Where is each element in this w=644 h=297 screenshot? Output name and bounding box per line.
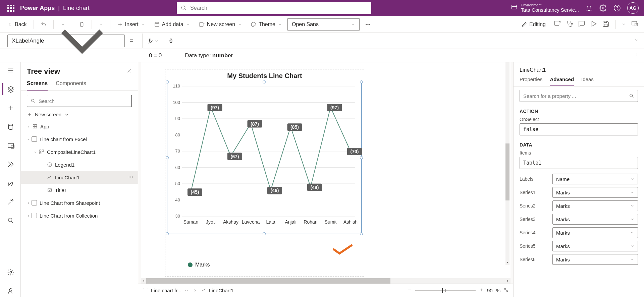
fit-to-screen-button[interactable]: [504, 288, 508, 293]
chevron-down-icon: [186, 22, 190, 26]
power-automate-tab[interactable]: [2, 158, 18, 170]
property-select[interactable]: XLabelAngle: [7, 35, 125, 47]
scrollbar-thumb[interactable]: [505, 143, 509, 200]
tree-view-tab[interactable]: [2, 83, 18, 95]
tab-properties[interactable]: Properties: [520, 74, 542, 86]
series4-select[interactable]: Marks: [552, 227, 638, 238]
design-canvas[interactable]: My Students Line Chart 30405060708090100…: [141, 62, 511, 278]
checkbox[interactable]: [143, 288, 148, 293]
breadcrumb-screen[interactable]: Line chart fr...: [143, 288, 189, 293]
datatype-next-button[interactable]: [635, 52, 644, 59]
tree-node-screen-sharepoint[interactable]: Line Chart from Sharepoint: [21, 196, 138, 209]
expand-formula-button[interactable]: [629, 38, 644, 44]
svg-text:30: 30: [175, 214, 180, 219]
checkbox[interactable]: [32, 200, 37, 205]
svg-point-4: [602, 7, 604, 9]
plus-icon: [27, 112, 32, 117]
node-more-button[interactable]: [128, 174, 134, 181]
series1-select[interactable]: Marks: [552, 187, 638, 198]
more-icon: [128, 174, 134, 180]
global-search-input[interactable]: [190, 5, 367, 11]
tree-node-screen-collection[interactable]: Line Chart from Collection: [21, 209, 138, 222]
variables-tab[interactable]: (x): [2, 177, 18, 189]
chart-title: My Students Line Chart: [165, 69, 364, 80]
new-screen-label: New screen: [207, 21, 235, 27]
more-button[interactable]: [362, 19, 374, 29]
font-select[interactable]: Open Sans: [287, 18, 360, 31]
pencil-icon: [521, 21, 527, 27]
app-launcher[interactable]: [3, 5, 19, 12]
property-search-input[interactable]: [523, 93, 629, 99]
scroll-down-button[interactable]: [505, 260, 509, 265]
app-icon: [32, 124, 38, 129]
comments-button[interactable]: [578, 20, 585, 29]
tools-tab[interactable]: [2, 196, 18, 208]
app-checker-button[interactable]: [566, 20, 573, 29]
series2-select[interactable]: Marks: [552, 200, 638, 211]
tree-search-input[interactable]: [39, 98, 128, 104]
theme-button[interactable]: Theme: [247, 19, 285, 29]
save-button[interactable]: [602, 20, 609, 29]
zoom-handle[interactable]: [442, 288, 443, 293]
tree-node-linechart[interactable]: LineChart1: [21, 171, 138, 184]
help-button[interactable]: [613, 4, 621, 12]
series6-select[interactable]: Marks: [552, 254, 638, 265]
tree-node-title[interactable]: Title1: [21, 184, 138, 196]
svg-rect-23: [635, 23, 638, 26]
tree-node-app[interactable]: App: [21, 120, 138, 133]
close-tree-button[interactable]: [126, 68, 132, 75]
checkbox[interactable]: [32, 136, 37, 142]
settings-tab[interactable]: [2, 266, 18, 278]
global-search[interactable]: [177, 2, 371, 14]
checkbox[interactable]: [32, 213, 37, 218]
series5-select[interactable]: Marks: [552, 241, 638, 251]
zoom-out-button[interactable]: [407, 288, 412, 293]
zoom-slider[interactable]: [415, 290, 476, 291]
back-button[interactable]: Back: [3, 19, 30, 29]
tab-advanced[interactable]: Advanced: [550, 74, 574, 86]
virtual-agent-tab[interactable]: [2, 285, 18, 297]
property-search[interactable]: [520, 90, 638, 102]
settings-button[interactable]: [599, 4, 607, 12]
vertical-scrollbar[interactable]: [505, 62, 509, 265]
onselect-input[interactable]: false: [520, 123, 638, 135]
tree-node-legend[interactable]: ? Legend1: [21, 158, 138, 171]
tree-search[interactable]: [27, 95, 132, 107]
series3-select[interactable]: Marks: [552, 214, 638, 225]
account-avatar[interactable]: AG: [627, 2, 639, 14]
formula-input[interactable]: 0: [168, 38, 174, 44]
search-tab[interactable]: [2, 215, 18, 227]
share-button[interactable]: [554, 20, 561, 29]
tree-node-screen-excel[interactable]: Line chart from Excel: [21, 133, 138, 145]
scroll-left-button[interactable]: [141, 279, 146, 283]
linechart-control[interactable]: 30405060708090100110(45)(97)(67)(87)(46)…: [167, 82, 362, 234]
editing-mode-button[interactable]: Editing: [518, 19, 549, 29]
tab-ideas[interactable]: Ideas: [581, 74, 594, 86]
tab-components[interactable]: Components: [56, 78, 86, 91]
media-tab[interactable]: [2, 139, 18, 152]
breadcrumb-control[interactable]: LineChart1: [202, 288, 233, 293]
zoom-in-button[interactable]: [479, 288, 484, 293]
hamburger-button[interactable]: [2, 64, 18, 76]
scrollbar-thumb[interactable]: [146, 278, 390, 284]
publish-button[interactable]: [631, 20, 638, 29]
data-tab[interactable]: [2, 121, 18, 133]
fx-button[interactable]: fx: [147, 37, 159, 44]
plus-icon: [7, 104, 14, 112]
new-screen-button[interactable]: New screen: [196, 19, 245, 29]
insert-tab[interactable]: [2, 102, 18, 114]
chevron-down-icon: [622, 22, 626, 26]
labels-select[interactable]: Name: [552, 174, 638, 184]
environment-picker[interactable]: Environment Tata Consultancy Servic...: [511, 3, 579, 13]
horizontal-scrollbar[interactable]: [141, 278, 511, 284]
items-input[interactable]: Table1: [520, 157, 638, 169]
new-screen-button-tree[interactable]: New screen: [21, 109, 138, 120]
notifications-button[interactable]: [585, 4, 593, 12]
tab-screens[interactable]: Screens: [27, 78, 48, 91]
add-data-button[interactable]: Add data: [151, 19, 194, 29]
save-dropdown[interactable]: [622, 21, 626, 27]
tree-node-composite[interactable]: CompositeLineChart1: [21, 145, 138, 158]
scroll-right-button[interactable]: [505, 279, 511, 283]
preview-button[interactable]: [590, 20, 597, 29]
editing-label: Editing: [529, 21, 546, 27]
